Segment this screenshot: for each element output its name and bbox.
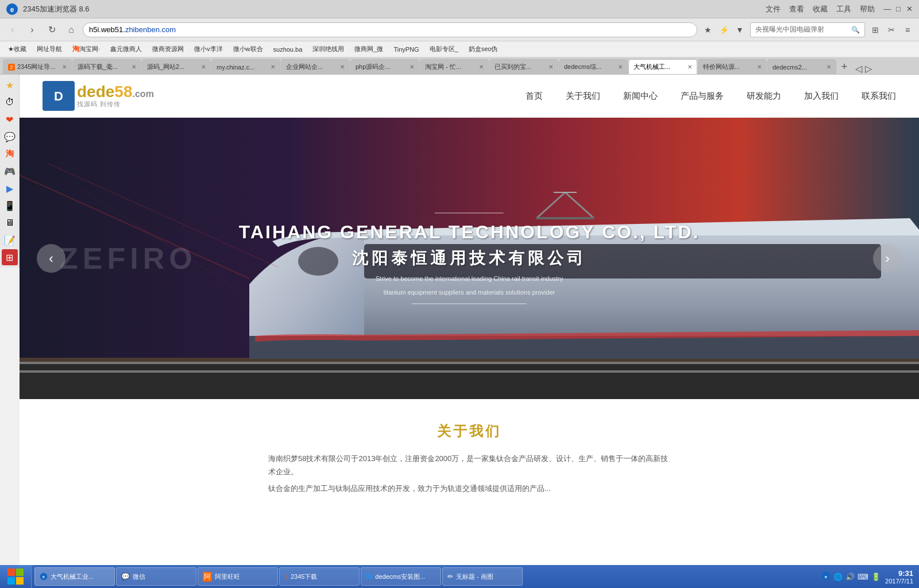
taskbar-network-icon[interactable]: 🌐 [833, 572, 843, 581]
tab-close-enterprise[interactable]: ✕ [340, 64, 345, 70]
taskbar-app-dede-label: dedecms安装图... [375, 572, 425, 581]
bookmark-weishang2[interactable]: 微商网_微 [350, 43, 388, 56]
sidebar-heart-icon[interactable]: ❤ [2, 111, 18, 127]
bookmark-taobao[interactable]: 淘 淘宝网· [68, 43, 105, 56]
sidebar-clock-icon[interactable]: ⏱ [2, 94, 18, 110]
slider-prev-button[interactable]: ‹ [37, 244, 65, 273]
taskbar-speaker-icon[interactable]: 🔊 [845, 572, 855, 581]
bookmark-tinypng[interactable]: TinyPNG [389, 43, 423, 56]
nav-contact[interactable]: 联系我们 [862, 88, 896, 105]
taskbar-app-aliwangwang[interactable]: 阿 阿里旺旺 [198, 567, 278, 586]
search-icon[interactable]: 🔍 [851, 26, 860, 34]
sidebar-chat-icon[interactable]: 💬 [2, 129, 18, 145]
tab-dede2[interactable]: dedecms2... ✕ [767, 59, 836, 74]
sidebar-game-icon[interactable]: 🎮 [2, 163, 18, 179]
bookmark-weilian[interactable]: 微小w联合 [229, 43, 268, 56]
window-close-icon[interactable]: ✕ [905, 5, 913, 13]
bookmark-nav[interactable]: 网址导航 [32, 43, 67, 56]
sidebar-mobile-icon[interactable]: 📱 [2, 198, 18, 214]
bookmark-suzhou[interactable]: suzhou.ba [269, 43, 307, 56]
tab-scroll-right-icon[interactable]: ▷ [865, 63, 872, 74]
sidebar-screen-icon[interactable]: 🖥 [2, 215, 18, 231]
tab-close-source[interactable]: ✕ [132, 64, 136, 70]
tab-chinaz[interactable]: my.chinaz.c... ✕ [211, 59, 280, 74]
tab-close-machine[interactable]: ✕ [688, 64, 692, 70]
nav-about[interactable]: 关于我们 [566, 88, 600, 105]
about-text: 海南织梦58技术有限公司于2013年创立，注册资金2000万，是一家集钛合金产品… [268, 452, 670, 495]
menu-help[interactable]: 帮助 [860, 4, 875, 14]
address-bar[interactable]: h5i.web51.zhibenben.com [83, 22, 697, 37]
dropdown-icon[interactable]: ▼ [733, 23, 747, 37]
tab-special[interactable]: 特价网站源... ✕ [698, 59, 767, 74]
grid-icon[interactable]: ⊞ [868, 23, 882, 37]
menu-view[interactable]: 查看 [789, 4, 804, 14]
nav-products[interactable]: 产品与服务 [681, 88, 724, 105]
window-minimize-icon[interactable]: — [883, 5, 891, 13]
tab-close-special[interactable]: ✕ [757, 64, 762, 70]
bookmark-favorites[interactable]: ★ 收藏 [3, 43, 31, 56]
taskbar-app-dede[interactable]: W dedecms安装图... [361, 567, 441, 586]
tab-taobao[interactable]: 淘宝网 - 忙... ✕ [420, 59, 489, 74]
back-button[interactable]: ‹ [5, 22, 21, 38]
tab-close-chinaz[interactable]: ✕ [271, 64, 275, 70]
windows-logo-icon [6, 567, 25, 586]
bookmark-movie[interactable]: 电影专区_ [425, 43, 463, 56]
refresh-button[interactable]: ↻ [44, 22, 60, 38]
tab-scroll-left-icon[interactable]: ◁ [855, 63, 862, 74]
star-icon[interactable]: ★ [701, 23, 715, 37]
taskbar-time[interactable]: 9:31 2017/7/11 [885, 569, 913, 585]
menu-file[interactable]: 文件 [766, 4, 781, 14]
taskbar-app-paint[interactable]: ✏ 无标题 - 画图 [442, 567, 523, 586]
sidebar-star-icon[interactable]: ★ [2, 77, 18, 93]
svg-rect-8 [20, 370, 919, 373]
home-button[interactable]: ⌂ [63, 22, 79, 38]
start-button[interactable] [0, 565, 32, 588]
taskbar-ie-icon[interactable]: e [821, 571, 831, 582]
taskbar-keyboard-icon[interactable]: ⌨ [858, 572, 868, 581]
sidebar-grid-icon[interactable]: ⊞ [2, 249, 18, 265]
tab-machine[interactable]: 大气机械工... ✕ [628, 59, 697, 74]
menu-bookmarks[interactable]: 收藏 [813, 4, 828, 14]
nav-rnd[interactable]: 研发能力 [747, 88, 781, 105]
tab-dede[interactable]: dedecms综... ✕ [559, 59, 628, 74]
taskbar-app-wechat[interactable]: 💬 微信 [116, 567, 196, 586]
tab-close-2345[interactable]: ✕ [62, 64, 67, 70]
sidebar-taobao-icon[interactable]: 淘 [2, 146, 18, 162]
lightning-icon[interactable]: ⚡ [717, 23, 731, 37]
taskbar-app-browser[interactable]: e 大气机械工业... [34, 567, 115, 586]
tab-php[interactable]: php源码企... ✕ [350, 59, 419, 74]
search-bar[interactable]: 央视曝光中国电磁弹射 🔍 [750, 22, 865, 37]
tab-close-bought[interactable]: ✕ [549, 64, 553, 70]
taskbar-dede-icon: W [366, 572, 372, 581]
bookmark-xinyuan[interactable]: 鑫元微商人 [106, 43, 146, 56]
tab-source-site[interactable]: 源码_网站2... ✕ [142, 59, 211, 74]
tab-close-dede[interactable]: ✕ [618, 64, 623, 70]
tab-2345[interactable]: 2 2345网址导... ✕ [3, 59, 72, 74]
bookmark-naiheseo[interactable]: 奶盒seo伪 [464, 43, 503, 56]
nav-join[interactable]: 加入我们 [804, 88, 839, 105]
sidebar-note-icon[interactable]: 📝 [2, 232, 18, 248]
taskbar-battery-icon[interactable]: 🔋 [871, 572, 881, 581]
tab-source-download[interactable]: 源码下载_毫... ✕ [72, 59, 141, 74]
tab-bought[interactable]: 已买到的宝... ✕ [489, 59, 558, 74]
menu-tools[interactable]: 工具 [836, 4, 851, 14]
nav-news[interactable]: 新闻中心 [623, 88, 658, 105]
taskbar-app-2345[interactable]: ↓ 2345下载 [279, 567, 360, 586]
nav-home[interactable]: 首页 [526, 88, 543, 105]
tab-close-taobao[interactable]: ✕ [479, 64, 484, 70]
bookmark-weishang[interactable]: 微商资源网 [148, 43, 188, 56]
window-maximize-icon[interactable]: □ [894, 5, 902, 13]
slider-next-button[interactable]: › [873, 244, 902, 273]
tab-close-php[interactable]: ✕ [410, 64, 414, 70]
tab-close-source2[interactable]: ✕ [201, 64, 206, 70]
tab-enterprise[interactable]: 企业网站企... ✕ [281, 59, 350, 74]
bookmark-weixiao[interactable]: 微小v李洋 [190, 43, 227, 56]
nav-more-icon[interactable]: ≡ [901, 23, 914, 37]
tab-new-button[interactable]: + [837, 59, 852, 74]
hero-text-overlay: TAIHANG GENERAL TECHNOLOGY CO., LTD. 沈阳泰… [239, 212, 700, 304]
sidebar-video-icon[interactable]: ▶ [2, 180, 18, 196]
forward-button[interactable]: › [24, 22, 40, 38]
bookmark-shenzhen[interactable]: 深圳绝线用 [308, 43, 349, 56]
scissors-icon[interactable]: ✂ [885, 23, 898, 37]
tab-close-dede2[interactable]: ✕ [827, 64, 831, 70]
